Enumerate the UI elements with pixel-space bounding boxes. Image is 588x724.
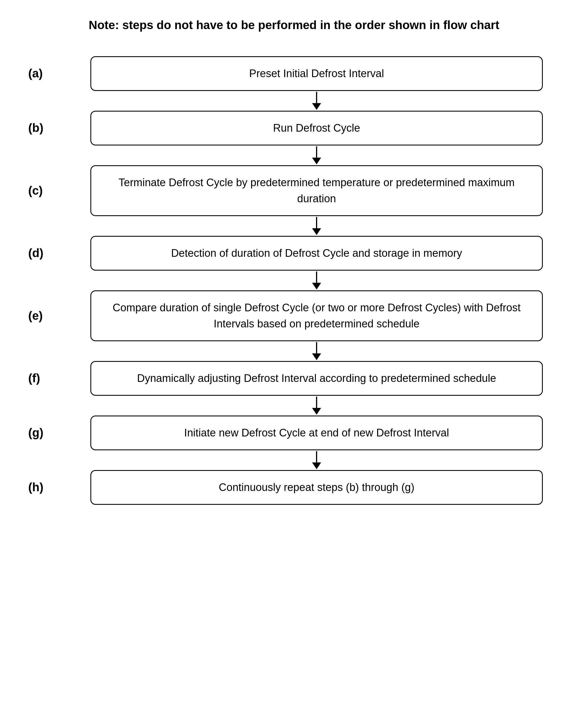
- step-label-g: (g): [23, 426, 68, 439]
- arrow-a-b: [45, 91, 588, 111]
- arrow-head: [312, 283, 321, 290]
- flow-step-h: (h) Continuously repeat steps (b) throug…: [23, 470, 565, 505]
- arrow-head: [312, 228, 321, 235]
- step-box-d: Detection of duration of Defrost Cycle a…: [90, 236, 543, 271]
- step-label-b: (b): [23, 121, 68, 135]
- arrow-line: [316, 342, 317, 353]
- step-label-a: (a): [23, 67, 68, 80]
- arrow-g-h: [45, 450, 588, 470]
- arrow-line: [316, 217, 317, 228]
- arrow-line: [316, 397, 317, 408]
- page-header: Note: steps do not have to be performed …: [23, 17, 565, 34]
- arrow-e-f: [45, 341, 588, 361]
- flowchart: (a) Preset Initial Defrost Interval (b) …: [23, 56, 565, 505]
- arrow-b-c: [45, 145, 588, 165]
- arrow-d-e: [45, 271, 588, 290]
- flow-step-g: (g) Initiate new Defrost Cycle at end of…: [23, 416, 565, 450]
- arrow-f-g: [45, 396, 588, 416]
- arrow-line: [316, 451, 317, 462]
- arrow-head: [312, 408, 321, 415]
- flow-step-e: (e) Compare duration of single Defrost C…: [23, 290, 565, 341]
- step-box-b: Run Defrost Cycle: [90, 111, 543, 145]
- step-label-e: (e): [23, 309, 68, 323]
- step-box-e: Compare duration of single Defrost Cycle…: [90, 290, 543, 341]
- flow-step-a: (a) Preset Initial Defrost Interval: [23, 56, 565, 91]
- step-label-c: (c): [23, 184, 68, 198]
- arrow-line: [316, 271, 317, 283]
- arrow-c-d: [45, 216, 588, 236]
- step-box-c: Terminate Defrost Cycle by predetermined…: [90, 165, 543, 216]
- step-box-h: Continuously repeat steps (b) through (g…: [90, 470, 543, 505]
- step-box-f: Dynamically adjusting Defrost Interval a…: [90, 361, 543, 396]
- step-box-a: Preset Initial Defrost Interval: [90, 56, 543, 91]
- arrow-head: [312, 158, 321, 164]
- step-label-f: (f): [23, 371, 68, 385]
- arrow-head: [312, 353, 321, 360]
- arrow-head: [312, 462, 321, 469]
- step-label-h: (h): [23, 480, 68, 494]
- arrow-line: [316, 92, 317, 103]
- flow-step-b: (b) Run Defrost Cycle: [23, 111, 565, 145]
- arrow-line: [316, 146, 317, 158]
- step-box-g: Initiate new Defrost Cycle at end of new…: [90, 416, 543, 450]
- flow-step-d: (d) Detection of duration of Defrost Cyc…: [23, 236, 565, 271]
- flow-step-c: (c) Terminate Defrost Cycle by predeterm…: [23, 165, 565, 216]
- flow-step-f: (f) Dynamically adjusting Defrost Interv…: [23, 361, 565, 396]
- arrow-head: [312, 103, 321, 110]
- step-label-d: (d): [23, 246, 68, 260]
